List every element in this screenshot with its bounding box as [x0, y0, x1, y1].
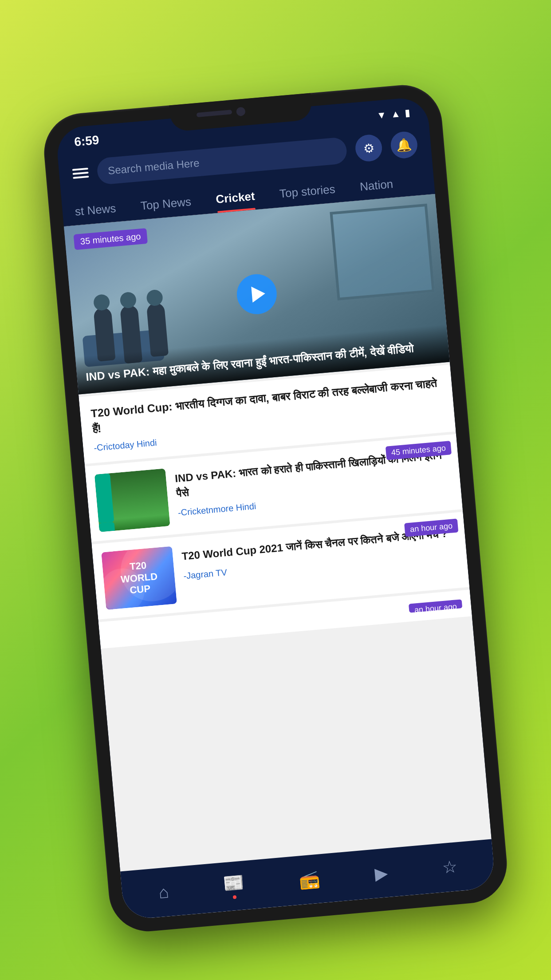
t20-logo-text: T20WORLDCUP [119, 559, 159, 597]
news-time-badge-4: an hour ago [409, 599, 462, 612]
video-play-icon: ▶ [374, 863, 389, 883]
news-text-2: 45 minutes ago IND vs PAK: भारत को हराते… [174, 444, 453, 526]
news-icon: 📰 [222, 872, 245, 893]
bell-icon: 🔔 [396, 137, 413, 153]
window-decoration [330, 204, 435, 300]
cricket-players-image [94, 468, 170, 532]
nav-home[interactable]: ⌂ [158, 882, 170, 902]
tab-nation-label: Nation [359, 177, 394, 193]
player-fig-2 [98, 522, 118, 532]
nav-active-dot [233, 895, 237, 899]
nav-radio[interactable]: 📻 [298, 869, 321, 890]
phone-screen: 6:59 ▼ ▲ ▮ Search media Here ⚙ [55, 96, 496, 920]
notification-button[interactable]: 🔔 [390, 130, 418, 159]
nav-video[interactable]: ▶ [374, 863, 389, 883]
tab-latest-label: st News [75, 202, 117, 218]
news-thumb-2 [94, 468, 170, 532]
tab-nation[interactable]: Nation [346, 170, 407, 202]
play-triangle-icon [251, 285, 266, 302]
content-area: 35 minutes ago IND vs PAK: महा मुकाबले क… [64, 194, 496, 920]
player-fig-1 [94, 473, 114, 523]
featured-video-card[interactable]: 35 minutes ago IND vs PAK: महा मुकाबले क… [64, 194, 450, 395]
menu-button[interactable] [72, 166, 89, 181]
nav-news[interactable]: 📰 [222, 872, 245, 900]
signal-icon: ▲ [390, 108, 401, 120]
settings-button[interactable]: ⚙ [354, 134, 383, 162]
phone-speaker [197, 110, 232, 117]
wifi-icon: ▼ [376, 109, 387, 122]
settings-icon: ⚙ [362, 140, 375, 156]
radio-icon: 📻 [298, 869, 321, 890]
phone-wrapper: 6:59 ▼ ▲ ▮ Search media Here ⚙ [41, 82, 510, 934]
phone-shell: 6:59 ▼ ▲ ▮ Search media Here ⚙ [41, 82, 510, 934]
status-icons: ▼ ▲ ▮ [376, 107, 411, 121]
search-placeholder: Search media Here [107, 157, 200, 177]
phone-camera [236, 107, 246, 117]
t20-logo-image: T20WORLDCUP [101, 546, 177, 610]
tab-topstories-label: Top stories [279, 182, 336, 201]
news-thumb-3: T20WORLDCUP [101, 546, 177, 610]
tab-top-label: Top News [140, 195, 192, 213]
home-icon: ⌂ [158, 882, 170, 902]
battery-icon: ▮ [404, 107, 410, 119]
star-icon: ☆ [441, 857, 458, 877]
tab-cricket-label: Cricket [215, 189, 255, 206]
status-time: 6:59 [74, 133, 100, 150]
video-thumbnail: 35 minutes ago IND vs PAK: महा मुकाबले क… [64, 194, 450, 395]
news-text-3: an hour ago T20 World Cup 2021 जानें किस… [181, 522, 460, 603]
nav-favorites[interactable]: ☆ [441, 857, 458, 877]
